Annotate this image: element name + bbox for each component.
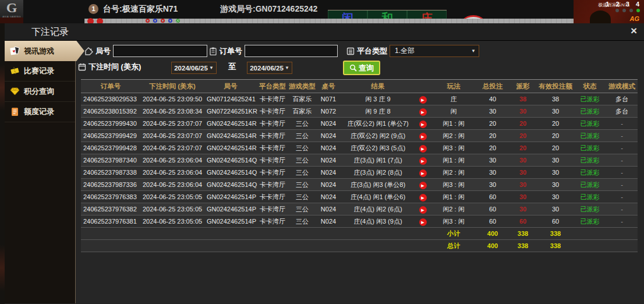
column-header: 有效投注额 xyxy=(537,80,574,93)
cell-valid_bet: 60 xyxy=(537,215,574,228)
cell-status: 已派彩 xyxy=(574,203,606,215)
cell-payout: 30 xyxy=(508,154,537,167)
table-row: 2406252380295332024-06-25 23:09:50GN0712… xyxy=(81,93,638,105)
table-row: 2406252379763822024-06-25 23:05:05GN0242… xyxy=(81,203,638,215)
sidebar-item-points-inquiry[interactable]: 积分查询 xyxy=(5,82,75,102)
sidebar-item-match-records[interactable]: 比赛记录 xyxy=(5,61,75,82)
cell-table_no: N024 xyxy=(316,154,341,167)
play-button[interactable]: ▶ xyxy=(419,108,427,116)
date-to-select[interactable]: 2024/06/25 ▼ xyxy=(247,62,292,74)
cell-game_type: 三公 xyxy=(288,203,316,215)
cell-time: 2024-06-25 23:05:05 xyxy=(140,203,204,215)
betting-records-dialog: 下注记录 × ♥ 视讯游戏 比赛记录 xyxy=(5,23,644,304)
cell-mode: - xyxy=(606,179,638,191)
ticket-icon xyxy=(10,66,20,76)
date-to-wrap: 2024/06/25 ▼ xyxy=(247,62,292,74)
cell-play_type: 闲3 : 闲 xyxy=(430,142,477,154)
play-button[interactable]: ▶ xyxy=(419,121,427,128)
platform-type-value: 1.全部 xyxy=(395,46,415,56)
cell-table_no: N024 xyxy=(316,118,341,130)
cell-payout: 20 xyxy=(508,118,537,130)
cell-play_type: 闲 xyxy=(430,105,477,118)
play-button[interactable]: ▶ xyxy=(419,96,427,104)
cell-mode: - xyxy=(606,118,638,130)
play-button[interactable]: ▶ xyxy=(419,194,427,202)
cell-order: 240625237987340 xyxy=(81,154,140,167)
cell-result: 庄(4点) 闲2 (6点) xyxy=(341,203,415,215)
spacer xyxy=(81,228,430,240)
lobby-status-dots xyxy=(615,9,640,12)
sidebar-item-label: 积分查询 xyxy=(24,86,54,97)
cell-play_type: 闲3 : 闲 xyxy=(430,179,477,191)
round-number-input[interactable] xyxy=(113,45,207,57)
column-header: 游戏模式 xyxy=(606,80,638,93)
cell-status: 已派彩 xyxy=(574,167,606,179)
to-wrap: 至 xyxy=(228,62,236,72)
logo-underlay xyxy=(0,17,23,23)
search-button[interactable]: 查询 xyxy=(343,61,380,75)
cell-status: 已派彩 xyxy=(574,154,606,167)
bead-icon xyxy=(87,18,94,23)
bead-icon xyxy=(176,19,180,23)
cell-platform: 卡卡湾厅 xyxy=(257,191,288,203)
sidebar-item-credit-records[interactable]: 额度记录 xyxy=(5,102,75,122)
cell-result: 庄(双公2) 闲3 (5点) xyxy=(341,142,415,154)
cell-valid_bet: 20 xyxy=(537,118,574,130)
bet-time-filter: 下注时间 (美东) xyxy=(78,62,141,72)
lobby-table-numbers: 1 2 3 4 xyxy=(606,1,642,8)
round-filter: 局号 xyxy=(85,45,207,57)
cell-game_type: 百家乐 xyxy=(288,93,316,105)
cell-round: GN0242462514P xyxy=(204,203,257,215)
bet-time-label: 下注时间 (美东) xyxy=(89,62,141,72)
cell-mode: - xyxy=(606,130,638,142)
cell-replay: ▶ xyxy=(415,215,430,228)
play-button[interactable]: ▶ xyxy=(419,182,427,189)
cell-total_bet: 30 xyxy=(477,105,508,118)
cell-valid_bet: 30 xyxy=(537,105,574,118)
table-number-label: 台号:极速百家乐N71 xyxy=(103,4,178,15)
order-number-input[interactable] xyxy=(245,45,338,57)
dialog-title: 下注记录 xyxy=(31,26,69,38)
cell-replay: ▶ xyxy=(415,142,430,154)
cell-round: GN07124625241 xyxy=(204,93,257,105)
table-row: 2406252379994282024-06-25 23:07:07GN0242… xyxy=(81,142,638,154)
lobby-thumbnail[interactable]: 极速百家乐N71 1 2 3 4 AG xyxy=(574,0,644,23)
column-header: 局号 xyxy=(204,80,257,93)
play-button[interactable]: ▶ xyxy=(419,206,427,214)
sidebar-item-video-games[interactable]: ♥ 视讯游戏 xyxy=(5,41,84,61)
cell-platform: 卡卡湾厅 xyxy=(257,179,288,191)
cell-play_type: 闲3 : 闲 xyxy=(430,215,477,228)
cell-payout: 20 xyxy=(508,142,537,154)
cell-result: 庄(4点) 闲1 (单公6) xyxy=(341,191,415,203)
play-button[interactable]: ▶ xyxy=(419,133,427,140)
sidebar-item-label: 比赛记录 xyxy=(24,66,54,76)
cell-game_type: 三公 xyxy=(288,142,316,154)
cell-result: 闲 9 庄 8 xyxy=(341,105,415,118)
cell-replay: ▶ xyxy=(415,203,430,215)
cell-total_bet: 30 xyxy=(477,179,508,191)
close-icon[interactable]: × xyxy=(631,24,637,37)
play-button[interactable]: ▶ xyxy=(419,145,427,153)
cell-total_bet: 60 xyxy=(477,191,508,203)
platform-type-select[interactable]: 1.全部 ▼ xyxy=(390,45,479,57)
column-header: 玩法 xyxy=(430,80,477,93)
dealer-avatar xyxy=(590,10,611,23)
cell-valid_bet: 30 xyxy=(537,154,574,167)
column-header: 派彩 xyxy=(508,80,537,93)
ag-logo: AG xyxy=(630,15,640,22)
cell-status: 已派彩 xyxy=(574,179,606,191)
play-button[interactable]: ▶ xyxy=(419,218,427,226)
play-button[interactable]: ▶ xyxy=(419,157,427,165)
cell-time: 2024-06-25 23:05:05 xyxy=(140,191,204,203)
table-footer: 小计400338338总计400338338 xyxy=(81,228,638,252)
search-button-label: 查询 xyxy=(359,63,374,73)
cell-platform: 卡卡湾厅 xyxy=(257,215,288,228)
cell-platform: 卡卡湾厅 xyxy=(257,130,288,142)
bead-icon xyxy=(161,19,165,23)
cell-round: GN0242462514Q xyxy=(204,179,257,191)
play-button[interactable]: ▶ xyxy=(419,169,427,177)
date-from-select[interactable]: 2024/06/25 ▼ xyxy=(171,62,217,74)
cell-time: 2024-06-25 23:05:05 xyxy=(140,215,204,228)
cell-play_type: 闲1 : 闲 xyxy=(430,191,477,203)
cell-game_type: 三公 xyxy=(288,154,316,167)
